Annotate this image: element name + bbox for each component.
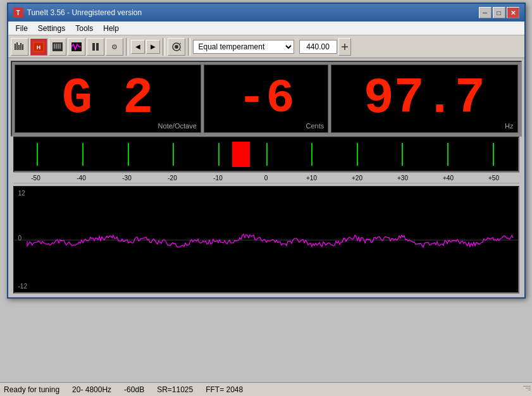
hz-value: 97.7: [364, 73, 485, 124]
svg-rect-10: [58, 44, 59, 49]
toolbar-separator-2: [163, 38, 165, 56]
toolbar-prev[interactable]: ◀: [131, 40, 145, 54]
restore-button[interactable]: □: [493, 7, 505, 18]
svg-rect-9: [56, 44, 57, 49]
svg-rect-11: [59, 44, 61, 49]
close-button[interactable]: ✕: [507, 7, 519, 18]
toolbar-btn-4[interactable]: [68, 38, 85, 56]
toolbar-freq-btn[interactable]: [338, 38, 351, 56]
note-display: G 2 Note/Octave -6 Cents 97.7 Hz: [11, 61, 522, 137]
tick-line: [218, 143, 220, 166]
cents-meter: [13, 137, 519, 172]
hz-label: Hz: [505, 122, 513, 130]
toolbar-btn-3[interactable]: [49, 38, 66, 56]
waveform-svg: [15, 187, 518, 292]
scale-label-p30: +30: [397, 175, 408, 182]
note-panel: G 2 Note/Octave: [15, 65, 201, 133]
status-fft: FFT= 2048: [206, 385, 243, 394]
menu-settings[interactable]: Settings: [33, 23, 70, 34]
tick-line: [493, 143, 494, 166]
status-db: -60dB: [124, 385, 144, 394]
cents-scale: -50 -40 -30 -20 -10 0 +10 +20 +30 +40 +5…: [13, 172, 519, 183]
note-label: Note/Octave: [158, 122, 197, 130]
hz-panel: 97.7 Hz: [331, 65, 517, 133]
note-value: G 2: [62, 73, 153, 124]
status-freq-range: 20- 4800Hz: [72, 385, 111, 394]
app-icon: T: [13, 8, 23, 18]
cents-label: Cents: [306, 122, 325, 130]
tick-line: [311, 143, 312, 166]
menu-help[interactable]: Help: [98, 23, 124, 34]
status-sr: SR=11025: [157, 385, 193, 394]
scale-label-0: 0: [264, 175, 268, 182]
svg-rect-1: [16, 42, 18, 50]
svg-rect-13: [92, 43, 95, 51]
scale-label-n50: -50: [31, 175, 40, 182]
tick-line: [173, 143, 174, 166]
scale-label-n10: -10: [213, 175, 222, 182]
scale-label-p40: +40: [443, 175, 454, 182]
title-bar: T TuneIt 3.56 - Unregistered version ─ □…: [8, 4, 524, 22]
minimize-button[interactable]: ─: [479, 7, 492, 18]
toolbar-btn-5[interactable]: [87, 38, 104, 56]
toolbar-record[interactable]: [168, 38, 185, 56]
window-controls: ─ □ ✕: [479, 7, 519, 18]
cents-value: -6: [237, 75, 294, 123]
scale-label-p50: +50: [488, 175, 499, 182]
scale-label-n20: -20: [168, 175, 176, 182]
temperament-dropdown[interactable]: Equal temperament: [193, 40, 294, 54]
cents-indicator: [232, 142, 250, 167]
scale-label-n40: -40: [77, 175, 85, 182]
svg-rect-3: [20, 43, 22, 50]
svg-rect-0: [15, 44, 16, 50]
frequency-input[interactable]: [299, 40, 337, 54]
scale-label-p10: +10: [306, 175, 317, 182]
window-title: TuneIt 3.56 - Unregistered version: [27, 8, 479, 17]
svg-text:H: H: [36, 44, 40, 51]
svg-rect-8: [54, 44, 55, 49]
tick-line: [402, 143, 403, 166]
scale-label-n30: -30: [122, 175, 131, 182]
svg-point-17: [175, 45, 178, 49]
tick-center: [266, 143, 268, 166]
toolbar-next[interactable]: ▶: [146, 40, 160, 54]
svg-rect-4: [22, 44, 23, 50]
tick-line: [82, 143, 84, 166]
status-text: Ready for tuning: [4, 385, 59, 394]
tick-line: [447, 143, 448, 166]
scale-label-p20: +20: [352, 175, 362, 182]
cents-panel: -6 Cents: [204, 65, 329, 133]
menu-file[interactable]: File: [11, 23, 33, 34]
toolbar-btn-6[interactable]: ⚙: [106, 38, 123, 56]
menu-tools[interactable]: Tools: [70, 23, 98, 34]
toolbar-separator-3: [188, 38, 190, 56]
tick-line: [37, 143, 38, 166]
main-content: G 2 Note/Octave -6 Cents 97.7 Hz: [8, 58, 524, 297]
toolbar: H ⚙: [8, 35, 524, 58]
status-bar: Ready for tuning 20- 4800Hz -60dB SR=110…: [0, 382, 532, 396]
menu-bar: File Settings Tools Help: [8, 22, 524, 35]
toolbar-separator-1: [126, 38, 128, 56]
svg-rect-14: [96, 43, 99, 51]
tick-line: [357, 143, 358, 166]
svg-text:⚙: ⚙: [111, 43, 118, 51]
tick-line: [128, 143, 129, 166]
toolbar-btn-1[interactable]: [11, 38, 28, 56]
resize-grip[interactable]: [522, 386, 531, 395]
toolbar-btn-2[interactable]: H: [30, 38, 47, 56]
svg-rect-2: [18, 45, 20, 50]
waveform-area: 12 0 -12: [13, 186, 519, 294]
